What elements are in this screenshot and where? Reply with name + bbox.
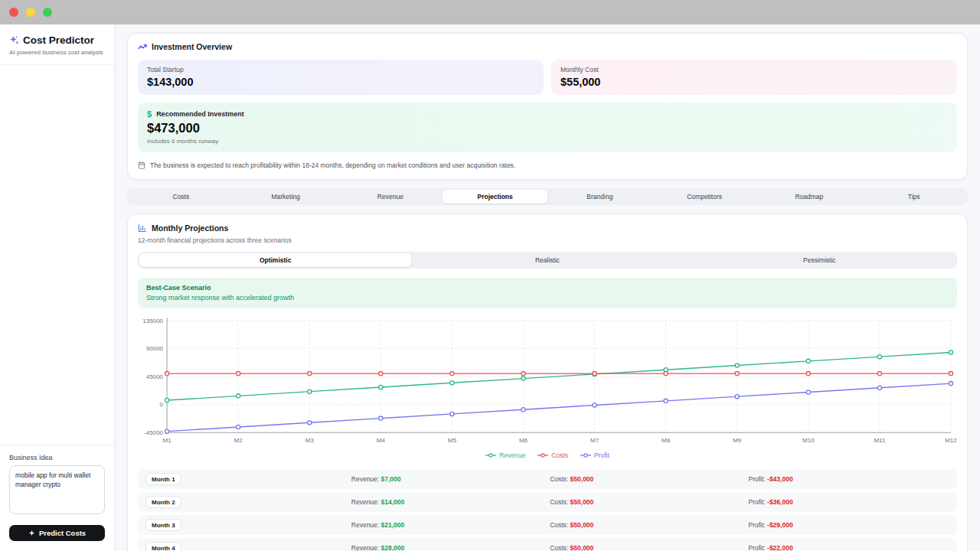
projections-subtitle: 12-month financial projections across th…: [138, 236, 957, 244]
business-idea-input[interactable]: [9, 465, 105, 514]
revenue-cell: Revenue: $7,000: [351, 475, 550, 483]
monthly-projections-card: Monthly Projections 12-month financial p…: [127, 214, 968, 551]
table-row: Month 2Revenue: $14,000Costs: $50,000Pro…: [138, 492, 957, 512]
tab-costs[interactable]: Costs: [129, 190, 234, 204]
sparkles-icon: [9, 35, 19, 45]
month-badge: Month 4: [145, 542, 181, 551]
sidebar: Cost Predictor AI-powered business cost …: [0, 24, 115, 551]
app-subtitle: AI-powered business cost analysis: [9, 49, 105, 56]
app-window: Cost Predictor AI-powered business cost …: [0, 0, 980, 551]
costs-cell: Costs: $50,000: [550, 475, 748, 483]
svg-text:45000: 45000: [146, 373, 164, 380]
table-row: Month 3Revenue: $21,000Costs: $50,000Pro…: [138, 515, 957, 535]
costs-cell: Costs: $50,000: [550, 521, 748, 529]
svg-text:M8: M8: [662, 437, 671, 444]
app-title-row: Cost Predictor: [9, 34, 105, 46]
monthly-cost-card: Monthly Cost $55,000: [551, 60, 957, 95]
monthly-cost-value: $55,000: [560, 76, 948, 88]
monthly-cost-label: Monthly Cost: [560, 66, 948, 73]
scenario-tabbar: OptimisticRealisticPessimistic: [138, 252, 957, 269]
main-content: Investment Overview Total Startup $143,0…: [115, 24, 980, 551]
bar-chart-icon: [138, 223, 147, 233]
month-badge: Month 1: [145, 473, 181, 485]
svg-text:M4: M4: [377, 437, 386, 444]
tab-projections[interactable]: Projections: [443, 190, 547, 204]
close-window-button[interactable]: [9, 8, 18, 17]
sidebar-header: Cost Predictor AI-powered business cost …: [0, 24, 114, 65]
revenue-cell: Revenue: $28,000: [351, 544, 550, 551]
scenario-banner: Best-Case Scenario Strong market respons…: [138, 278, 957, 308]
svg-text:M9: M9: [733, 437, 742, 444]
projections-chart-container: 13500090000450000-45000M1M2M3M4M5M6M7M8M…: [138, 316, 957, 451]
legend-item-revenue[interactable]: Revenue: [485, 452, 525, 459]
legend-item-profit[interactable]: Profit: [580, 452, 609, 459]
profitability-note-text: The business is expected to reach profit…: [150, 161, 515, 169]
revenue-cell: Revenue: $14,000: [351, 498, 550, 506]
total-startup-value: $143,000: [147, 76, 534, 88]
svg-text:0: 0: [160, 401, 164, 408]
scenario-tab-pessimistic[interactable]: Pessimistic: [684, 253, 956, 267]
costs-cell: Costs: $50,000: [550, 498, 748, 506]
scenario-banner-subtitle: Strong market response with accelerated …: [146, 294, 949, 302]
recommended-header: $ Recommended Investment: [147, 109, 948, 119]
minimize-window-button[interactable]: [26, 8, 35, 17]
svg-text:135000: 135000: [142, 318, 163, 324]
profit-cell: Profit: -$43,000: [748, 475, 949, 483]
svg-text:M7: M7: [590, 437, 599, 444]
scenario-banner-title: Best-Case Scenario: [146, 284, 949, 292]
recommended-investment-card: $ Recommended Investment $473,000 Includ…: [138, 103, 957, 152]
business-idea-label: Business Idea: [9, 454, 105, 461]
legend-marker-icon: [580, 452, 591, 458]
scenario-tab-optimistic[interactable]: Optimistic: [139, 253, 411, 267]
legend-item-costs[interactable]: Costs: [537, 452, 568, 459]
legend-marker-icon: [485, 452, 496, 458]
projections-header: Monthly Projections: [138, 223, 957, 233]
svg-text:M5: M5: [448, 437, 457, 444]
total-startup-card: Total Startup $143,000: [138, 60, 544, 95]
table-row: Month 1Revenue: $7,000Costs: $50,000Prof…: [138, 469, 957, 489]
svg-text:M11: M11: [874, 437, 886, 444]
dollar-icon: $: [147, 109, 152, 119]
calendar-icon: [138, 161, 145, 169]
profit-cell: Profit: -$22,000: [748, 544, 949, 551]
total-startup-label: Total Startup: [147, 66, 534, 73]
svg-text:M6: M6: [519, 437, 528, 444]
scenario-tab-realistic[interactable]: Realistic: [411, 253, 683, 267]
svg-text:M10: M10: [802, 437, 815, 444]
tab-branding[interactable]: Branding: [547, 190, 652, 204]
predict-costs-button[interactable]: Predict Costs: [9, 525, 105, 541]
profit-cell: Profit: -$36,000: [748, 498, 949, 506]
tab-competitors[interactable]: Competitors: [652, 190, 757, 204]
revenue-cell: Revenue: $21,000: [351, 521, 550, 529]
main-tabbar: CostsMarketingRevenueProjectionsBranding…: [127, 188, 968, 205]
table-row: Month 4Revenue: $28,000Costs: $50,000Pro…: [138, 538, 957, 551]
investment-overview-card: Investment Overview Total Startup $143,0…: [127, 33, 968, 180]
maximize-window-button[interactable]: [43, 8, 52, 17]
svg-text:M2: M2: [234, 437, 243, 444]
recommended-label: Recommended Investment: [156, 110, 244, 118]
projections-chart: 13500090000450000-45000M1M2M3M4M5M6M7M8M…: [138, 316, 957, 451]
month-badge: Month 3: [145, 519, 181, 531]
svg-text:90000: 90000: [146, 345, 164, 352]
app-body: Cost Predictor AI-powered business cost …: [0, 24, 980, 551]
svg-text:M3: M3: [305, 437, 315, 444]
legend-marker-icon: [537, 452, 548, 458]
projections-table: Month 1Revenue: $7,000Costs: $50,000Prof…: [138, 469, 957, 551]
svg-text:M1: M1: [163, 437, 172, 444]
tab-tips[interactable]: Tips: [861, 190, 966, 204]
tab-revenue[interactable]: Revenue: [338, 190, 443, 204]
recommended-value: $473,000: [147, 121, 948, 135]
costs-cell: Costs: $50,000: [550, 544, 748, 551]
predict-costs-label: Predict Costs: [39, 529, 86, 537]
profitability-note: The business is expected to reach profit…: [138, 161, 957, 169]
sidebar-footer: Business Idea Predict Costs: [0, 445, 114, 551]
profit-cell: Profit: -$29,000: [748, 521, 949, 529]
stat-cards: Total Startup $143,000 Monthly Cost $55,…: [138, 60, 957, 95]
trending-up-icon: [138, 42, 147, 51]
window-titlebar: [0, 0, 980, 24]
sparkle-icon: [28, 530, 35, 536]
chart-legend: RevenueCostsProfit: [138, 452, 957, 459]
svg-text:M12: M12: [945, 437, 957, 444]
tab-roadmap[interactable]: Roadmap: [757, 190, 862, 204]
tab-marketing[interactable]: Marketing: [234, 190, 338, 204]
